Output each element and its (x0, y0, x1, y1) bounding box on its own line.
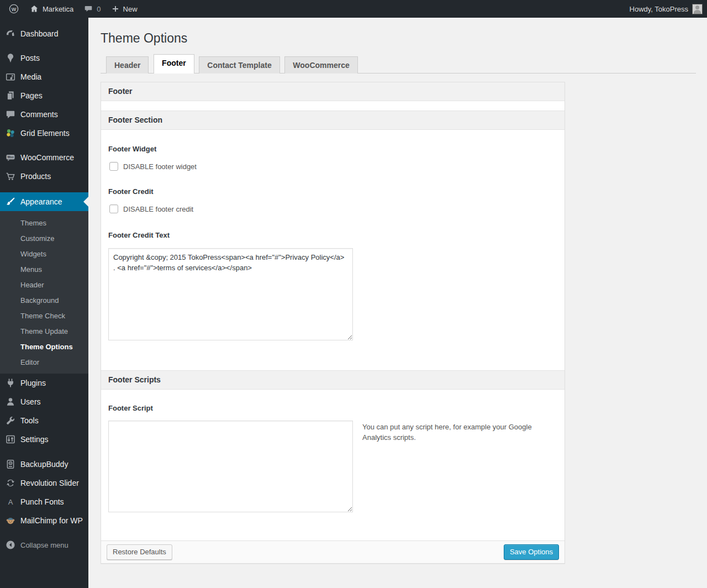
sidebar-subitem-background[interactable]: Background (0, 293, 88, 308)
page-title: Theme Options (101, 30, 696, 46)
sidebar-item-media[interactable]: Media (0, 67, 88, 86)
sidebar-item-tools[interactable]: Tools (0, 411, 88, 430)
tab-header[interactable]: Header (106, 56, 149, 74)
wordpress-logo-icon: W (8, 3, 19, 14)
letter-a-icon: A (5, 496, 16, 507)
brush-icon (5, 196, 16, 207)
sidebar-subitem-header[interactable]: Header (0, 277, 88, 293)
svg-text:A: A (8, 498, 13, 506)
pin-icon (5, 53, 16, 64)
sidebar-subitem-menus[interactable]: Menus (0, 262, 88, 277)
comment-bubble-icon (83, 4, 93, 14)
checkbox-label: DISABLE footer credit (123, 205, 193, 213)
save-options-button[interactable]: Save Options (504, 544, 559, 560)
sidebar-item-label: Revolution Slider (20, 479, 79, 487)
restore-defaults-button[interactable]: Restore Defaults (107, 544, 172, 560)
footer-scripts-section-title: Footer Scripts (101, 370, 564, 390)
settings-icon (5, 434, 16, 445)
monkey-icon (5, 515, 16, 526)
sidebar-subitem-widgets[interactable]: Widgets (0, 246, 88, 262)
sidebar-item-mailchimp[interactable]: MailChimp for WP (0, 511, 88, 530)
panel-spacer (101, 101, 564, 111)
collapse-menu-button[interactable]: Collapse menu (0, 536, 88, 554)
tab-contact-template[interactable]: Contact Template (199, 56, 279, 74)
woocommerce-icon: Woo (5, 152, 16, 163)
account-menu[interactable]: Howdy, TokoPress (629, 4, 703, 14)
sidebar-item-users[interactable]: Users (0, 392, 88, 411)
wp-logo-button[interactable]: W (3, 0, 24, 18)
user-icon (5, 396, 16, 407)
footer-credit-label: Footer Credit (108, 187, 557, 196)
howdy-text: Howdy, TokoPress (630, 5, 688, 13)
sidebar-subitem-theme-update[interactable]: Theme Update (0, 324, 88, 339)
sidebar-item-label: BackupBuddy (20, 460, 68, 469)
new-content-menu[interactable]: New (106, 0, 143, 18)
admin-bar: W Marketica 0 New Howdy, TokoPress (0, 0, 707, 18)
sidebar-item-label: Media (20, 72, 41, 81)
tab-woocommerce[interactable]: WooCommerce (284, 56, 357, 74)
plugin-icon (5, 377, 16, 389)
wrench-icon (5, 415, 16, 426)
sidebar-item-label: Products (20, 172, 51, 181)
grid-elements-icon (5, 128, 16, 139)
disable-footer-credit-checkbox[interactable] (109, 204, 118, 213)
sidebar-item-label: Settings (20, 435, 49, 444)
footer-credit-checkbox-row[interactable]: DISABLE footer credit (108, 204, 557, 213)
panel-group-title: Footer (101, 82, 564, 101)
footer-credit-text-textarea[interactable]: Copyright &copy; 2015 TokoPress<span><a … (108, 248, 353, 340)
comments-menu[interactable]: 0 (78, 0, 105, 18)
plus-icon (111, 4, 120, 13)
footer-widget-label: Footer Widget (108, 145, 557, 153)
sidebar-item-comments[interactable]: Comments (0, 105, 88, 124)
sidebar-item-products[interactable]: Products (0, 167, 88, 186)
sidebar-item-settings[interactable]: Settings (0, 430, 88, 449)
tab-footer[interactable]: Footer (154, 54, 194, 74)
sidebar-item-label: Users (20, 397, 41, 406)
cart-icon (5, 171, 16, 182)
admin-menu: Dashboard Posts Media Pages Comments Gri… (0, 18, 88, 588)
media-icon (5, 71, 16, 82)
sidebar-item-label: MailChimp for WP (20, 516, 83, 525)
sidebar-item-label: Comments (20, 110, 58, 119)
site-name-menu[interactable]: Marketica (24, 0, 78, 18)
sidebar-item-label: Tools (20, 416, 39, 425)
sidebar-item-punch-fonts[interactable]: A Punch Fonts (0, 492, 88, 511)
sidebar-item-pages[interactable]: Pages (0, 86, 88, 105)
main-content: Theme Options Header Footer Contact Temp… (88, 0, 707, 588)
disable-footer-widget-checkbox[interactable] (109, 162, 118, 171)
sidebar-item-dashboard[interactable]: Dashboard (0, 24, 88, 43)
sidebar-item-grid-elements[interactable]: Grid Elements (0, 124, 88, 143)
sidebar-item-revolution-slider[interactable]: Revolution Slider (0, 474, 88, 492)
backup-icon (5, 459, 16, 470)
sidebar-subitem-customize[interactable]: Customize (0, 231, 88, 246)
sidebar-item-label: Grid Elements (20, 129, 70, 138)
footer-section-title: Footer Section (101, 111, 564, 130)
collapse-arrow-icon (5, 539, 16, 550)
footer-script-textarea[interactable] (108, 421, 353, 512)
sidebar-item-backupbuddy[interactable]: BackupBuddy (0, 455, 88, 474)
appearance-submenu: Themes Customize Widgets Menus Header Ba… (0, 211, 88, 374)
sidebar-item-posts[interactable]: Posts (0, 49, 88, 67)
sidebar-subitem-theme-check[interactable]: Theme Check (0, 308, 88, 324)
sidebar-item-woocommerce[interactable]: Woo WooCommerce (0, 148, 88, 167)
sidebar-item-label: Appearance (20, 197, 62, 206)
options-panel: Footer Footer Section Footer Widget DISA… (101, 82, 565, 564)
sidebar-item-plugins[interactable]: Plugins (0, 374, 88, 392)
footer-widget-checkbox-row[interactable]: DISABLE footer widget (108, 162, 557, 171)
tab-bar: Header Footer Contact Template WooCommer… (101, 54, 696, 74)
footer-script-help: You can put any script here, for example… (362, 421, 534, 443)
panel-footer-bar: Restore Defaults Save Options (101, 540, 564, 563)
sidebar-subitem-themes[interactable]: Themes (0, 216, 88, 231)
sidebar-subitem-editor[interactable]: Editor (0, 355, 88, 370)
comment-icon (5, 109, 16, 120)
footer-script-row: You can put any script here, for example… (108, 421, 557, 512)
sidebar-item-appearance[interactable]: Appearance (0, 192, 88, 211)
footer-section-fields: Footer Widget DISABLE footer widget Foot… (101, 145, 564, 384)
checkbox-label: DISABLE footer widget (123, 162, 197, 171)
sidebar-subitem-theme-options[interactable]: Theme Options (0, 339, 88, 355)
sidebar-item-label: Pages (20, 91, 43, 100)
sidebar-item-label: Dashboard (20, 29, 59, 38)
footer-script-label: Footer Script (108, 404, 557, 412)
new-label: New (123, 5, 138, 13)
site-name: Marketica (43, 5, 73, 13)
